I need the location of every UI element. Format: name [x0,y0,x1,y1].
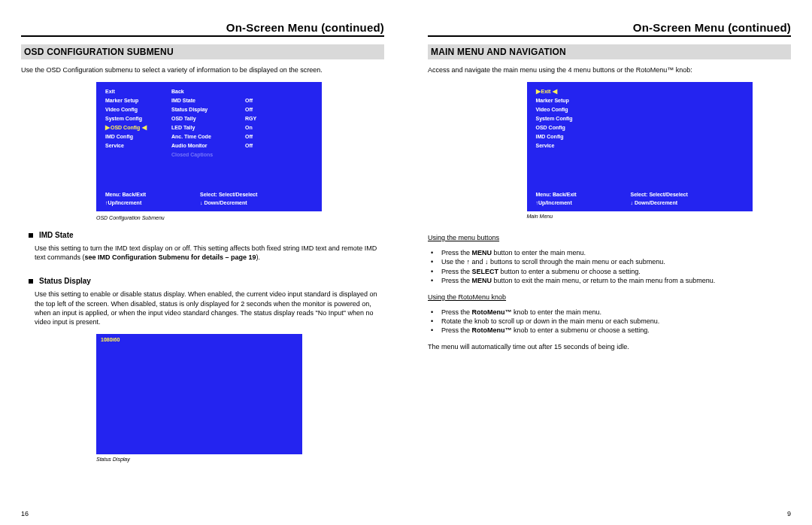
page-header: On-Screen Menu (continued) [428,21,791,37]
figure-caption: Main Menu [527,214,753,219]
page-number: 16 [21,510,384,517]
imd-state-text: Use this setting to turn the IMD text di… [35,244,384,262]
status-badge: 1080i60 [101,337,120,342]
timeout-text: The menu will automatically time out aft… [428,342,791,351]
nav-buttons-heading: Using the menu buttons [428,233,791,242]
status-display-heading: Status Display [29,277,384,285]
left-page: On-Screen Menu (continued) OSD CONFIGURA… [21,21,384,517]
intro-text: Access and navigate the main menu using … [428,65,791,74]
intro-text: Use the OSD Configuration submenu to sel… [21,65,384,74]
status-display-screenshot: 1080i60 [96,334,302,454]
nav-roto-heading: Using the RotoMenu knob [428,293,791,302]
osd-config-screenshot: ExitBackMarker SetupIMD StateOffVideo Co… [96,82,322,211]
nav-roto-list: •Press the RotoMenu™ knob to enter the m… [431,308,791,335]
page-header: On-Screen Menu (continued) [21,21,384,37]
figure-caption: Status Display [96,457,384,462]
header-title: On-Screen Menu (continued) [226,21,384,35]
nav-buttons-list: •Press the MENU button to enter the main… [431,248,791,285]
section-heading: MAIN MENU AND NAVIGATION [428,44,791,59]
closed-captions-label: Closed Captions [171,152,213,157]
page-number: 9 [428,510,791,517]
figure-caption: OSD Configuration Submenu [96,215,384,220]
osd-footer: Menu: Back/ExitSelect: Select/Deselect ↑… [105,190,313,207]
section-heading: OSD CONFIGURATION SUBMENU [21,44,384,59]
bullet-square-icon [29,233,33,238]
bullet-square-icon [29,279,33,284]
imd-state-heading: IMD State [29,231,384,239]
main-menu-screenshot: ▶Exit ◀Marker SetupVideo ConfigSystem Co… [527,82,753,211]
status-display-text: Use this setting to enable or disable st… [35,290,384,326]
osd-footer: Menu: Back/ExitSelect: Select/Deselect ↑… [536,190,744,207]
right-page: On-Screen Menu (continued) MAIN MENU AND… [428,21,791,517]
header-title: On-Screen Menu (continued) [633,21,791,35]
